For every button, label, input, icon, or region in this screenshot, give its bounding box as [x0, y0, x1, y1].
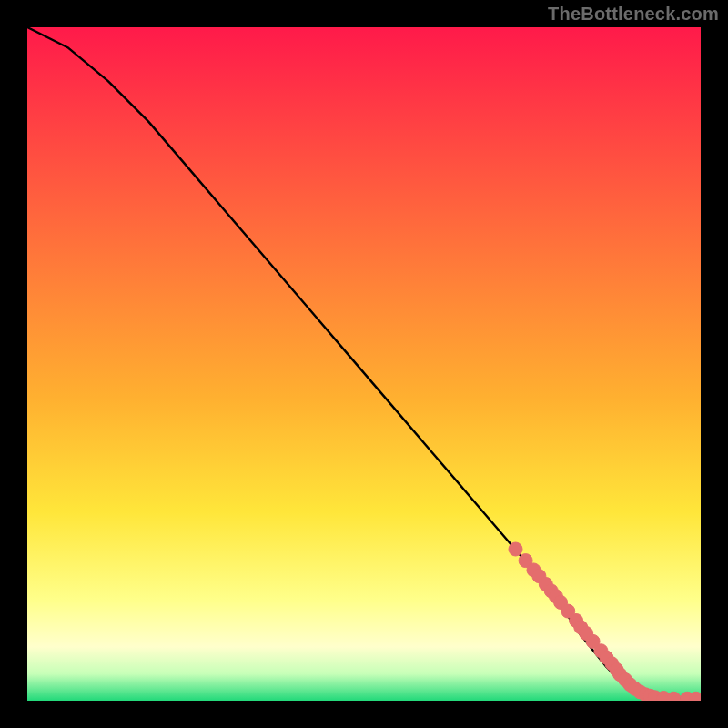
chart-series-layer	[27, 27, 701, 701]
chart-stage: TheBottleneck.com	[0, 0, 728, 728]
markers-group	[509, 542, 701, 701]
plot-area	[27, 27, 701, 701]
watermark-text: TheBottleneck.com	[548, 4, 719, 25]
curve-line	[27, 27, 701, 699]
data-marker	[509, 542, 522, 556]
